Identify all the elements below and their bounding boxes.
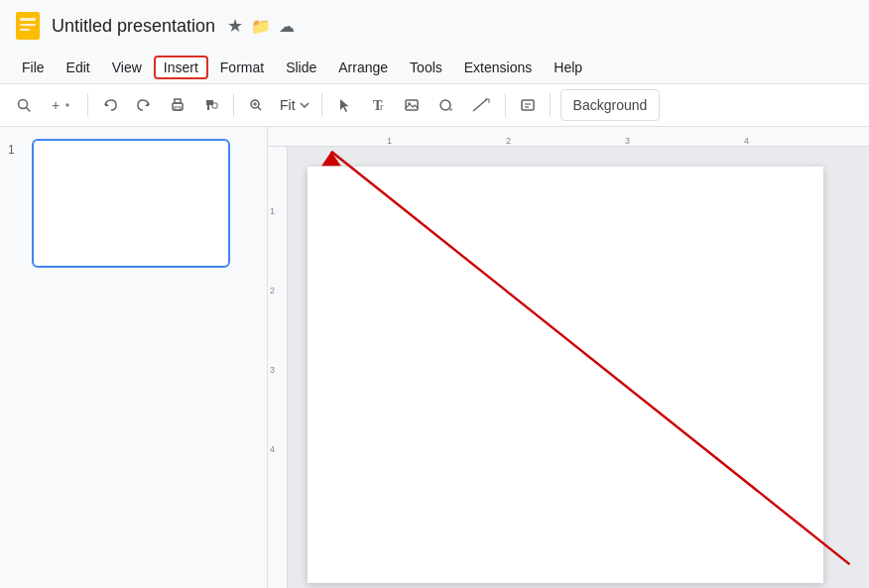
toolbar-sep-4 [505, 93, 506, 117]
svg-line-5 [27, 108, 31, 112]
slide-canvas[interactable] [288, 147, 869, 588]
svg-rect-8 [175, 99, 181, 103]
svg-text:r: r [380, 101, 384, 112]
ruler-mark-v-3: 3 [270, 365, 275, 375]
svg-text:+: + [52, 97, 60, 113]
menu-arrange[interactable]: Arrange [328, 56, 398, 79]
print-btn[interactable] [162, 89, 193, 121]
slide-thumbnail[interactable] [32, 139, 230, 268]
ruler-mark-3: 3 [625, 136, 630, 146]
menu-file[interactable]: File [12, 56, 55, 79]
shapes-btn[interactable] [430, 89, 461, 121]
insert-textbox-btn[interactable] [512, 89, 544, 121]
zoom-value: Fit [280, 97, 296, 113]
slide-panel: 1 [0, 127, 268, 588]
svg-rect-3 [20, 29, 30, 31]
cloud-icon[interactable]: ☁ [279, 17, 295, 36]
title-action-icons: ★ 📁 ☁ [227, 15, 295, 37]
menu-slide[interactable]: Slide [276, 56, 326, 79]
slide-page[interactable] [308, 167, 823, 583]
main-area: 1 1 2 3 4 1 2 3 4 [0, 127, 869, 588]
star-icon[interactable]: ★ [227, 15, 243, 37]
canvas-area: 1 2 3 4 1 2 3 4 [268, 127, 869, 588]
svg-line-12 [258, 107, 261, 110]
ruler-mark-v-1: 1 [270, 206, 275, 216]
menu-extensions[interactable]: Extensions [454, 56, 542, 79]
slide-number: 1 [8, 139, 24, 157]
title-bar: Untitled presentation ★ 📁 ☁ [0, 0, 869, 52]
svg-marker-26 [321, 152, 341, 166]
menu-edit[interactable]: Edit [57, 56, 100, 79]
svg-rect-22 [522, 100, 534, 110]
svg-rect-2 [20, 24, 36, 26]
undo-btn[interactable] [94, 89, 126, 121]
ruler-mark-4: 4 [744, 136, 749, 146]
zoom-in-btn[interactable]: + [42, 89, 81, 121]
menu-tools[interactable]: Tools [400, 56, 452, 79]
menu-bar: File Edit View Insert Format Slide Arran… [0, 52, 869, 83]
slide-canvas-wrapper: 1 2 3 4 [268, 147, 869, 588]
svg-line-21 [473, 99, 487, 111]
menu-insert[interactable]: Insert [154, 56, 208, 79]
line-btn[interactable] [463, 89, 499, 121]
image-btn[interactable] [396, 89, 428, 121]
zoom-view-btn[interactable] [240, 89, 272, 121]
toolbar-sep-2 [233, 93, 234, 117]
redo-btn[interactable] [128, 89, 160, 121]
search-btn[interactable] [8, 89, 40, 121]
slide-thumb-wrapper: 1 [8, 139, 259, 268]
paint-format-btn[interactable] [195, 89, 227, 121]
background-btn[interactable]: Background [560, 89, 661, 121]
toolbar-sep-5 [550, 93, 551, 117]
app-icon [12, 10, 44, 42]
folder-icon[interactable]: 📁 [251, 17, 271, 36]
ruler-mark-2: 2 [506, 136, 511, 146]
ruler-mark-1: 1 [387, 136, 392, 146]
svg-rect-9 [175, 107, 181, 110]
cursor-btn[interactable] [328, 89, 360, 121]
ruler-left: 1 2 3 4 [268, 147, 288, 588]
presentation-title[interactable]: Untitled presentation [52, 16, 215, 37]
toolbar-sep-3 [321, 93, 322, 117]
menu-format[interactable]: Format [210, 56, 274, 79]
ruler-top: 1 2 3 4 [268, 127, 869, 147]
svg-point-20 [449, 108, 452, 111]
text-btn[interactable]: T r [362, 89, 394, 121]
svg-rect-17 [406, 100, 418, 110]
menu-help[interactable]: Help [544, 56, 592, 79]
zoom-dropdown[interactable]: Fit [274, 89, 315, 121]
svg-point-19 [440, 100, 450, 110]
toolbar: + [0, 83, 869, 127]
toolbar-sep-1 [87, 93, 88, 117]
menu-view[interactable]: View [102, 56, 152, 79]
svg-rect-1 [20, 18, 36, 21]
ruler-mark-v-2: 2 [270, 286, 275, 295]
ruler-mark-v-4: 4 [270, 444, 275, 454]
